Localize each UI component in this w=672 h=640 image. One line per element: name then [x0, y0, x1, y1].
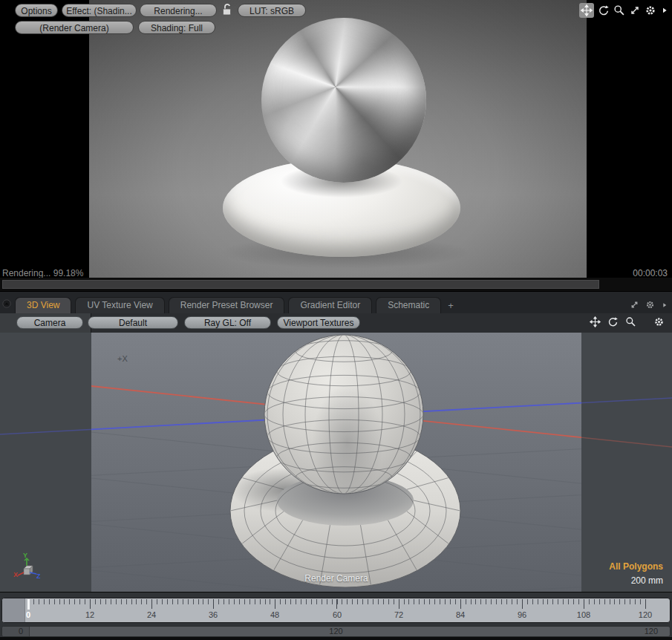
camera-select-button[interactable]: Camera — [16, 316, 83, 329]
focal-length-label: 200 mm — [609, 574, 663, 588]
lut-button[interactable]: LUT: sRGB — [238, 4, 306, 17]
tab-render-preset-browser[interactable]: Render Preset Browser — [169, 297, 285, 313]
vignette-overlay — [89, 0, 587, 278]
gizmo-x-label: X — [13, 571, 18, 578]
render-elapsed-time: 00:00:03 — [633, 268, 668, 278]
rendering-button[interactable]: Rendering... — [140, 4, 217, 17]
viewport-info: All Polygons 200 mm — [609, 560, 663, 588]
timeline-ruler[interactable]: 0 12 24 36 48 60 72 84 96 108 120 — [1, 598, 671, 623]
range-mid-label: 120 — [329, 627, 342, 636]
timeline-bottom-strip — [0, 637, 672, 640]
render-preview-pane: Options Effect: (Shadin... Rendering... … — [0, 0, 672, 278]
render-progress-fill — [2, 280, 599, 289]
rendered-image — [89, 0, 587, 278]
tick-label: 120 — [639, 610, 652, 619]
effect-button[interactable]: Effect: (Shadin... — [62, 4, 137, 17]
gizmo-z-label: Z — [36, 572, 41, 580]
tick-label: 84 — [456, 610, 465, 619]
tick-label: 48 — [270, 610, 279, 619]
viewport-tab-bar: 3D View UV Texture View Render Preset Br… — [0, 291, 672, 313]
tick-label: 0 — [26, 610, 30, 619]
corner-widget[interactable] — [1, 298, 12, 309]
tab-uv-texture-view[interactable]: UV Texture View — [75, 297, 164, 313]
menu-arrow-icon[interactable] — [661, 301, 668, 309]
rotate-icon[interactable] — [598, 4, 610, 16]
render-progress-text: Rendering... 99.18% — [2, 268, 83, 278]
gear-icon[interactable] — [645, 4, 656, 16]
viewport-textures-button[interactable]: Viewport Textures — [277, 316, 360, 329]
render-camera-button[interactable]: (Render Camera) — [15, 21, 134, 34]
tick-label: 72 — [394, 610, 403, 619]
pan-icon[interactable] — [590, 316, 601, 327]
render-progress-bar — [0, 278, 672, 291]
tick-label: 96 — [518, 610, 526, 619]
viewport-toolbar: Camera Default Ray GL: Off Viewport Text… — [0, 313, 672, 333]
tab-3d-view[interactable]: 3D View — [15, 297, 71, 313]
gear-icon[interactable] — [653, 316, 665, 327]
search-icon[interactable] — [625, 316, 636, 327]
expand-icon[interactable] — [629, 4, 641, 16]
range-end-label: 120 — [645, 627, 658, 636]
timeline: 0 12 24 36 48 60 72 84 96 108 120 0 120 … — [0, 592, 672, 640]
add-tab-button[interactable]: + — [445, 298, 457, 313]
shading-button[interactable]: Shading: Full — [138, 21, 215, 34]
tick-label: 60 — [333, 610, 342, 619]
shading-preset-button[interactable]: Default — [88, 316, 178, 329]
selection-mode-label: All Polygons — [609, 560, 663, 574]
viewport-camera-name: Render Camera — [91, 573, 581, 584]
timeline-range-bar[interactable]: 0 120 120 — [1, 626, 671, 637]
tick-label: 24 — [147, 610, 156, 619]
lock-icon[interactable] — [220, 2, 235, 17]
axis-direction-label: +X — [117, 354, 128, 363]
tab-schematic[interactable]: Schematic — [376, 297, 441, 313]
axis-gizmo[interactable]: X Y Z — [12, 552, 42, 587]
gear-icon[interactable] — [645, 300, 655, 310]
viewport-3d-scene[interactable] — [0, 333, 672, 592]
tab-gradient-editor[interactable]: Gradient Editor — [288, 297, 372, 313]
range-start-label: 0 — [19, 627, 23, 636]
tick-label: 12 — [85, 610, 94, 619]
expand-icon[interactable] — [630, 300, 639, 310]
menu-arrow-icon[interactable] — [660, 6, 669, 15]
tick-label: 36 — [209, 610, 218, 619]
major-ticks — [28, 599, 647, 609]
ray-gl-button[interactable]: Ray GL: Off — [184, 316, 271, 329]
tick-label: 108 — [577, 610, 590, 619]
ruler-left-handle[interactable] — [2, 598, 25, 622]
playhead[interactable] — [27, 599, 30, 610]
options-button[interactable]: Options — [15, 4, 58, 17]
search-icon[interactable] — [613, 4, 625, 16]
rotate-icon[interactable] — [607, 316, 619, 327]
range-left-handle[interactable] — [2, 627, 30, 636]
gizmo-y-label: Y — [23, 552, 27, 559]
pan-icon[interactable] — [579, 3, 594, 18]
